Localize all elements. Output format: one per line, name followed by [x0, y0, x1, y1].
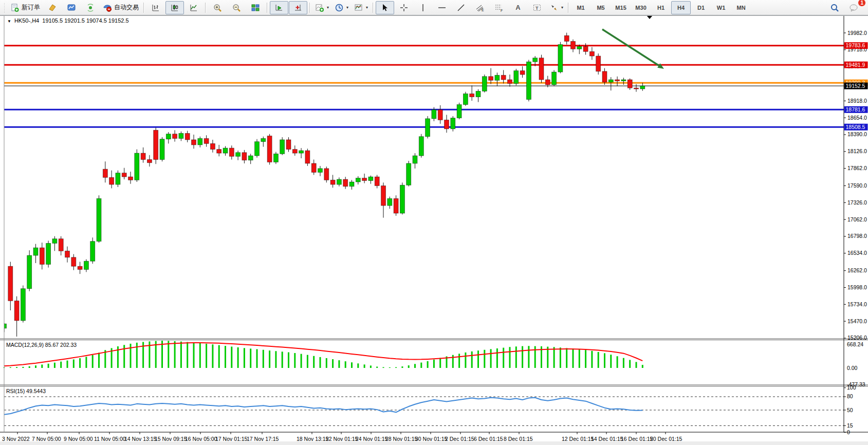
tile-windows-button[interactable] — [246, 1, 265, 14]
price-badge-label: 18508.5 — [846, 124, 865, 130]
timeframe-m15-button[interactable]: M15 — [611, 1, 631, 14]
arrows-tool-button[interactable]: ▾ — [547, 1, 566, 14]
macd-histogram-bar — [218, 345, 220, 368]
notification-badge: 1 — [858, 0, 866, 7]
macd-axis-label: 0.00 — [847, 365, 858, 371]
zoom-in-icon — [213, 3, 222, 12]
candlestick-chart-button[interactable] — [165, 1, 184, 14]
horizontal-line-tool-button[interactable] — [433, 1, 451, 14]
price-tick-label: 17326.0 — [847, 199, 867, 206]
chart-shift-icon — [293, 3, 303, 12]
time-tick-label: 14 Nov 13:15 — [124, 436, 157, 442]
trendline-icon — [456, 3, 466, 12]
macd-histogram-bar — [414, 364, 416, 368]
macd-histogram-bar — [199, 343, 201, 368]
signals-icon — [86, 3, 95, 12]
bear-candle — [571, 41, 576, 49]
fibonacci-tool-button[interactable]: F — [490, 1, 508, 14]
macd-histogram-bar — [212, 344, 213, 368]
autotrading-button[interactable]: 自动交易 — [100, 1, 141, 14]
timeframe-w1-button[interactable]: W1 — [711, 1, 731, 14]
text-label-tool-button[interactable]: T — [528, 1, 546, 14]
timeframe-m1-button[interactable]: M1 — [571, 1, 590, 14]
price-tick-label: 15734.0 — [847, 301, 867, 307]
styler-button[interactable] — [43, 1, 62, 14]
bear-candle — [292, 150, 297, 153]
search-button[interactable] — [825, 1, 844, 14]
macd-histogram-bar — [458, 354, 460, 368]
price-badge-label: 19783.6 — [846, 42, 865, 48]
bar-chart-button[interactable] — [146, 1, 165, 14]
bear-candle — [128, 177, 133, 180]
bear-candle — [564, 35, 569, 41]
bear-candle — [362, 178, 367, 181]
text-icon: A — [515, 4, 520, 11]
templates-button[interactable]: ▾ — [352, 1, 371, 14]
chart-dropdown-icon[interactable]: ▼ — [7, 19, 11, 24]
macd-histogram-bar — [604, 353, 605, 368]
chart-shift-button[interactable] — [289, 1, 307, 14]
toolbar-separator — [309, 3, 310, 13]
bull-candle — [533, 58, 538, 62]
macd-histogram-bar — [301, 354, 302, 368]
cursor-tool-button[interactable] — [376, 1, 394, 14]
new-order-button[interactable]: 新订单 — [8, 1, 43, 14]
new-order-icon — [10, 3, 20, 12]
macd-label: MACD(12,26,9) 85.67 202.33 — [6, 342, 77, 348]
bear-candle — [489, 77, 493, 80]
notifications-button[interactable]: 1 — [844, 1, 863, 14]
terminal-button[interactable] — [62, 1, 81, 14]
price-tick-label: 18126.0 — [847, 148, 867, 154]
time-tick-label: 16 Nov 05:00 — [185, 436, 217, 442]
autotrading-label: 自动交易 — [114, 3, 139, 12]
toolbar-grip[interactable] — [4, 3, 6, 13]
svg-text:F: F — [501, 9, 503, 12]
timeframe-mn-button[interactable]: MN — [731, 1, 751, 14]
auto-scroll-button[interactable] — [270, 1, 288, 14]
macd-histogram-bar — [496, 348, 498, 368]
timeframe-m30-button[interactable]: M30 — [631, 1, 651, 14]
bull-candle — [255, 142, 260, 156]
periods-button[interactable]: ▾ — [332, 1, 351, 14]
macd-histogram-bar — [642, 365, 643, 368]
bear-candle — [71, 257, 76, 266]
time-tick-label: 17 Nov 17:15 — [247, 436, 279, 442]
bull-candle — [451, 118, 455, 129]
line-chart-button[interactable] — [184, 1, 203, 14]
svg-text:T: T — [535, 5, 539, 10]
macd-histogram-bar — [509, 347, 511, 368]
zoom-out-button[interactable] — [227, 1, 246, 14]
text-tool-button[interactable]: A — [509, 1, 527, 14]
crosshair-tool-button[interactable] — [395, 1, 413, 14]
zoom-in-button[interactable] — [208, 1, 227, 14]
chart-window[interactable]: ▼HK50-,H4 19105.5 19201.5 19074.5 19152.… — [0, 15, 868, 445]
channel-tool-button[interactable]: E — [471, 1, 489, 14]
vertical-line-tool-button[interactable] — [414, 1, 432, 14]
price-tick-label: 15998.0 — [847, 284, 867, 290]
timeframe-m5-button[interactable]: M5 — [591, 1, 611, 14]
trendline-tool-button[interactable] — [452, 1, 470, 14]
timeframe-h1-button[interactable]: H1 — [651, 1, 671, 14]
bull-candle — [463, 94, 468, 104]
timeframe-h4-button[interactable]: H4 — [671, 1, 691, 14]
bear-candle — [627, 80, 632, 88]
bull-candle — [476, 91, 481, 97]
dropdown-caret: ▾ — [561, 5, 563, 10]
bar-chart-icon — [151, 3, 160, 12]
macd-histogram-bar — [320, 357, 321, 368]
macd-histogram-bar — [98, 353, 100, 368]
indicators-button[interactable]: ▾ — [312, 1, 331, 14]
bull-candle — [248, 156, 253, 160]
chart-canvas[interactable]: MACD(12,26,9) 85.67 202.33RSI(15) 49.544… — [0, 15, 868, 445]
time-tick-label: 8 Dec 01:15 — [504, 436, 533, 442]
macd-histogram-bar — [636, 362, 637, 368]
macd-histogram-bar — [174, 341, 176, 368]
macd-histogram-bar — [244, 348, 245, 368]
signals-button[interactable] — [81, 1, 100, 14]
timeframe-d1-button[interactable]: D1 — [691, 1, 711, 14]
price-tick-label: 17862.0 — [847, 165, 867, 171]
bear-candle — [501, 75, 506, 80]
bear-candle — [217, 150, 221, 153]
bear-candle — [508, 80, 512, 83]
bull-candle — [419, 137, 423, 156]
